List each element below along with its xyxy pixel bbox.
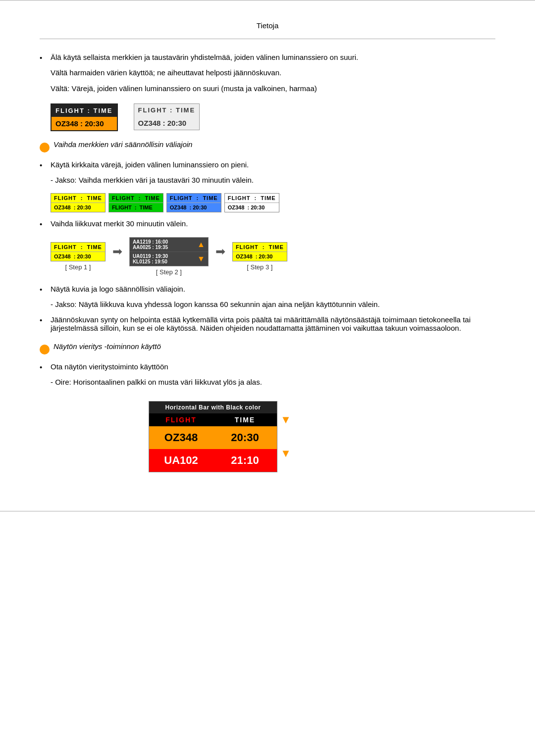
orange-bullet-icon-2 [40, 345, 50, 354]
bullet-dot-2: • [40, 160, 51, 169]
bullet-dot-3: • [40, 219, 51, 228]
diagram-row-1: FLIGHT : TIME OZ348 : 20:30 FLIGHT : TIM… [51, 103, 495, 131]
bullet-text-4: Näytä kuvia ja logo säännöllisin väliajo… [51, 285, 495, 293]
bullet-item-6: • Ota näytön vieritystoiminto käyttöön [40, 362, 495, 371]
step-diagram: FLIGHT : TIME OZ348 : 20:30 [ Step 1 ] ➡… [51, 237, 495, 276]
bullet-item-5: • Jäännöskuvan synty on helpointa estää … [40, 315, 495, 332]
orange-heading-1: Vaihda merkkien väri säännöllisin väliaj… [54, 140, 192, 149]
orange-heading-row-2: Näytön vieritys -toiminnon käyttö [40, 342, 495, 356]
sfb-yellow: FLIGHT : TIME OZ348 : 20:30 [51, 193, 106, 212]
scroll-col-headers: FLIGHT TIME [149, 413, 277, 426]
step-2-box: AA1219 : 16:00AA0025 : 19:35 ▲ UA0119 : … [129, 237, 209, 276]
sfb-white-data: OZ348 : 20:30 [225, 203, 279, 212]
cycling-row: FLIGHT : TIME OZ348 : 20:30 FLIGHT : TIM… [51, 193, 495, 212]
step1-data: OZ348 : 20:30 [51, 252, 105, 261]
bullet-text-6: Ota näytön vieritystoiminto käyttöön [51, 362, 495, 371]
step3-flight-box: FLIGHT : TIME OZ348 : 20:30 [232, 242, 287, 261]
scroll-r2-flight: UA102 [149, 449, 213, 472]
page-title: Tietoja [40, 15, 495, 39]
orange-heading-row-1: Vaihda merkkien väri säännöllisin väliaj… [40, 140, 495, 154]
sfb-yellow-data: OZ348 : 20:30 [51, 203, 105, 212]
flight-box-dark: FLIGHT : TIME OZ348 : 20:30 [51, 103, 118, 131]
sub-text-2a: - Jakso: Vaihda merkkien väri ja taustav… [51, 174, 495, 186]
scroll-arrow-down-1: ▼ [280, 413, 291, 426]
scroll-box: Horizontal Bar with Black color FLIGHT T… [149, 401, 277, 472]
bullet-dot-4: • [40, 285, 51, 294]
step2-top-row: AA1219 : 16:00AA0025 : 19:35 ▲ [130, 238, 208, 252]
scroll-header: Horizontal Bar with Black color [149, 402, 277, 413]
sfb-white-header: FLIGHT : TIME [225, 194, 279, 203]
step-2-label: [ Step 2 ] [129, 268, 209, 276]
step2-arrow-up: ▲ [197, 240, 205, 249]
scroll-r1-flight: OZ348 [149, 426, 213, 449]
step1-flight-box: FLIGHT : TIME OZ348 : 20:30 [51, 242, 106, 261]
flight-box-gray: FLIGHT : TIME OZ348 : 20:30 [134, 103, 200, 130]
scroll-arrow-down-2: ▼ [280, 447, 291, 460]
flight-header-gray: FLIGHT : TIME [134, 104, 200, 116]
scroll-demo-inner: Horizontal Bar with Black color FLIGHT T… [149, 401, 294, 472]
scroll-r1-time: 20:30 [213, 426, 277, 449]
scroll-col-time: TIME [213, 413, 277, 426]
arrow-right-2: ➡ [215, 245, 225, 268]
scroll-row-2: UA102 21:10 [149, 449, 277, 472]
bullet-text-5: Jäännöskuvan synty on helpointa estää ky… [51, 315, 495, 332]
sub-text-1b: Vältä: Värejä, joiden välinen luminanssi… [51, 83, 495, 95]
bullet-item-1: • Älä käytä sellaista merkkien ja tausta… [40, 53, 495, 62]
orange-bullet-icon-1 [40, 143, 50, 152]
step2-bottom-text: UA0119 : 19:30KL0125 : 19:50 [133, 253, 168, 264]
step2-arrow-down: ▼ [197, 254, 205, 263]
step2-top-text: AA1219 : 16:00AA0025 : 19:35 [133, 239, 168, 250]
step2-flight-box: AA1219 : 16:00AA0025 : 19:35 ▲ UA0119 : … [129, 237, 209, 266]
step-1-box: FLIGHT : TIME OZ348 : 20:30 [ Step 1 ] [51, 242, 106, 271]
bullet-text-1: Älä käytä sellaista merkkien ja taustavä… [51, 53, 495, 61]
bullet-dot-6: • [40, 362, 51, 371]
scroll-r2-time: 21:10 [213, 449, 277, 472]
sfb-green-data: FLIGHT : TIME [109, 203, 163, 212]
bullet-text-2: Käytä kirkkaita värejä, joiden välinen l… [51, 160, 495, 169]
step-3-label: [ Step 3 ] [232, 263, 287, 271]
sfb-blue-data: OZ348 : 20:30 [167, 203, 221, 212]
step-3-box: FLIGHT : TIME OZ348 : 20:30 [ Step 3 ] [232, 242, 287, 271]
step2-bottom-row: UA0119 : 19:30KL0125 : 19:50 ▼ [130, 252, 208, 266]
sfb-blue: FLIGHT : TIME OZ348 : 20:30 [166, 193, 221, 212]
sfb-green: FLIGHT : TIME FLIGHT : TIME [108, 193, 163, 212]
sfb-white: FLIGHT : TIME OZ348 : 20:30 [224, 193, 279, 212]
orange-heading-2: Näytön vieritys -toiminnon käyttö [54, 342, 161, 351]
scroll-row-1: OZ348 20:30 [149, 426, 277, 449]
step3-data: OZ348 : 20:30 [233, 252, 287, 261]
bullet-text-3: Vaihda liikkuvat merkit 30 minuutin väle… [51, 219, 495, 228]
sub-text-6a: - Oire: Horisontaalinen palkki on musta … [51, 376, 495, 388]
scroll-col-flight: FLIGHT [149, 413, 213, 426]
bullet-item-4: • Näytä kuvia ja logo säännöllisin välia… [40, 285, 495, 294]
flight-data-dark: OZ348 : 20:30 [52, 117, 117, 130]
flight-data-gray: OZ348 : 20:30 [134, 116, 200, 130]
step3-header: FLIGHT : TIME [233, 243, 287, 252]
bullet-dot-1: • [40, 53, 51, 62]
bullet-dot-5: • [40, 315, 51, 324]
flight-header-dark: FLIGHT : TIME [52, 104, 117, 117]
bullet-item-3: • Vaihda liikkuvat merkit 30 minuutin vä… [40, 219, 495, 228]
sfb-yellow-header: FLIGHT : TIME [51, 194, 105, 203]
sub-text-4a: - Jakso: Näytä liikkuva kuva yhdessä log… [51, 299, 495, 310]
scroll-side-arrows: ▼ ▼ [277, 401, 294, 472]
sfb-green-header: FLIGHT : TIME [109, 194, 163, 203]
step-1-label: [ Step 1 ] [51, 263, 106, 271]
arrow-right-1: ➡ [112, 245, 122, 268]
bullet-item-2: • Käytä kirkkaita värejä, joiden välinen… [40, 160, 495, 169]
sfb-blue-header: FLIGHT : TIME [167, 194, 221, 203]
step1-header: FLIGHT : TIME [51, 243, 105, 252]
sub-text-1a: Vältä harmaiden värien käyttöä; ne aiheu… [51, 67, 495, 79]
scroll-demo: Horizontal Bar with Black color FLIGHT T… [149, 401, 294, 472]
